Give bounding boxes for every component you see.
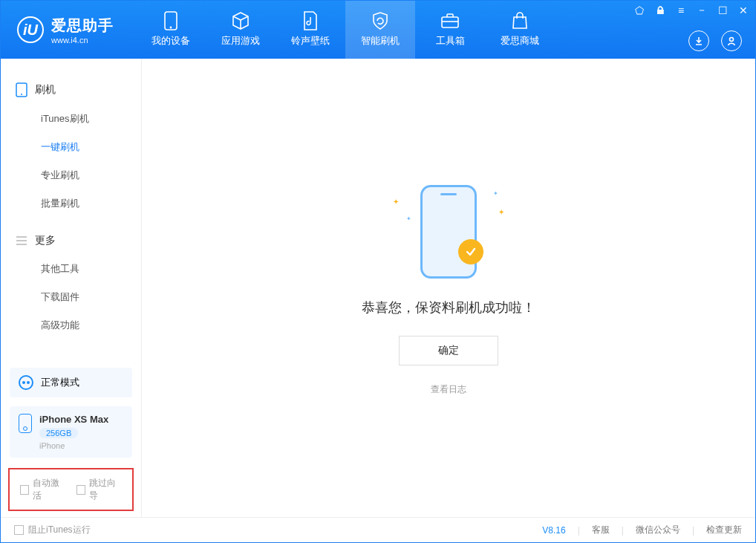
sparkle-icon: ✦ <box>493 190 498 197</box>
window-controls: ⬠ 🔒︎ ≡ － ☐ ✕ <box>632 4 751 17</box>
device-capacity: 256GB <box>39 428 78 438</box>
nav-toolbox[interactable]: 工具箱 <box>415 1 485 59</box>
statusbar: 阻止iTunes运行 V8.16 | 客服 | 微信公众号 | 检查更新 <box>1 517 755 542</box>
svg-point-4 <box>730 38 734 42</box>
music-file-icon <box>302 12 319 30</box>
sparkle-icon: ✦ <box>498 208 504 216</box>
options-row: 自动激活 跳过向导 <box>8 468 134 511</box>
briefcase-icon <box>440 12 460 30</box>
device-card[interactable]: iPhone XS Max 256GB iPhone <box>10 406 132 458</box>
maximize-button[interactable]: ☐ <box>715 4 730 16</box>
checkmark-badge-icon <box>458 239 483 264</box>
device-icon <box>19 414 32 433</box>
view-log-link[interactable]: 查看日志 <box>431 383 466 396</box>
body: 刷机 iTunes刷机 一键刷机 专业刷机 批量刷机 更多 其他工具 下载固件 … <box>1 59 755 517</box>
device-type: iPhone <box>39 441 108 450</box>
link-check-update[interactable]: 检查更新 <box>706 524 742 536</box>
mode-icon <box>19 375 33 390</box>
app-window: iU 爱思助手 www.i4.cn 我的设备 应用游戏 铃声壁纸 智能刷机 <box>0 0 756 543</box>
link-support[interactable]: 客服 <box>592 524 610 536</box>
cube-icon <box>231 12 250 30</box>
tshirt-icon[interactable]: ⬠ <box>632 4 647 16</box>
minimize-button[interactable]: － <box>694 4 709 17</box>
user-button[interactable] <box>721 30 742 51</box>
success-illustration: ✦ ✦ ✦ ✦ <box>393 180 504 284</box>
nav-ringtone-wallpaper[interactable]: 铃声壁纸 <box>276 1 345 59</box>
nav-label: 应用游戏 <box>221 34 260 48</box>
app-logo: iU 爱思助手 www.i4.cn <box>1 16 130 45</box>
nav-label: 智能刷机 <box>361 34 400 48</box>
sidebar-item-download-firmware[interactable]: 下载固件 <box>1 283 141 311</box>
nav-smart-flash[interactable]: 智能刷机 <box>345 1 415 59</box>
main-content: ✦ ✦ ✦ ✦ 恭喜您，保资料刷机成功啦！ 确定 查看日志 <box>142 59 755 517</box>
svg-point-6 <box>21 94 22 95</box>
phone-icon <box>16 82 27 97</box>
svg-point-1 <box>170 27 172 29</box>
sidebar-item-advanced[interactable]: 高级功能 <box>1 311 141 339</box>
download-button[interactable] <box>688 30 709 51</box>
link-wechat[interactable]: 微信公众号 <box>636 524 680 536</box>
nav-label: 我的设备 <box>151 34 190 48</box>
nav-label: 铃声壁纸 <box>291 34 330 48</box>
bag-icon <box>512 12 528 30</box>
mode-label: 正常模式 <box>41 376 79 389</box>
checkbox-label: 阻止iTunes运行 <box>28 524 91 536</box>
phone-icon <box>164 12 177 30</box>
sparkle-icon: ✦ <box>406 215 411 222</box>
success-message: 恭喜您，保资料刷机成功啦！ <box>362 299 535 316</box>
app-name: 爱思助手 <box>51 16 114 36</box>
nav-my-device[interactable]: 我的设备 <box>136 1 206 59</box>
nav-label: 工具箱 <box>436 34 465 48</box>
sparkle-icon: ✦ <box>393 198 399 206</box>
checkbox-block-itunes[interactable]: 阻止iTunes运行 <box>14 524 91 536</box>
checkbox-auto-activate[interactable]: 自动激活 <box>20 477 66 502</box>
ok-button[interactable]: 确定 <box>399 336 498 365</box>
logo-icon: iU <box>17 16 44 43</box>
list-icon <box>16 235 27 246</box>
section-title: 更多 <box>35 234 56 247</box>
device-name: iPhone XS Max <box>39 414 108 425</box>
shield-refresh-icon <box>371 12 389 30</box>
mode-card[interactable]: 正常模式 <box>10 368 132 397</box>
checkbox-label: 自动激活 <box>33 477 65 502</box>
app-url: www.i4.cn <box>51 36 114 45</box>
nav-store[interactable]: 爱思商城 <box>485 1 555 59</box>
titlebar: iU 爱思助手 www.i4.cn 我的设备 应用游戏 铃声壁纸 智能刷机 <box>1 1 755 59</box>
nav-label: 爱思商城 <box>501 34 539 48</box>
menu-icon[interactable]: ≡ <box>674 4 688 16</box>
version-label: V8.16 <box>542 525 565 536</box>
sidebar-item-other-tools[interactable]: 其他工具 <box>1 255 141 283</box>
nav-apps-games[interactable]: 应用游戏 <box>206 1 276 59</box>
main-nav: 我的设备 应用游戏 铃声壁纸 智能刷机 工具箱 爱思商城 <box>136 1 555 59</box>
checkbox-skip-guide[interactable]: 跳过向导 <box>76 477 123 502</box>
lock-icon[interactable]: 🔒︎ <box>653 4 668 16</box>
checkbox-label: 跳过向导 <box>89 477 122 502</box>
sidebar-item-batch-flash[interactable]: 批量刷机 <box>1 189 141 218</box>
svg-rect-2 <box>442 17 458 27</box>
sidebar: 刷机 iTunes刷机 一键刷机 专业刷机 批量刷机 更多 其他工具 下载固件 … <box>1 59 142 517</box>
sidebar-item-oneclick-flash[interactable]: 一键刷机 <box>1 133 141 161</box>
header-actions <box>688 30 742 51</box>
sidebar-item-pro-flash[interactable]: 专业刷机 <box>1 161 141 189</box>
sidebar-section-more: 更多 <box>1 227 141 255</box>
phone-illust-icon <box>420 185 477 279</box>
sidebar-section-flash: 刷机 <box>1 75 141 105</box>
sidebar-item-itunes-flash[interactable]: iTunes刷机 <box>1 105 141 133</box>
close-button[interactable]: ✕ <box>736 4 751 16</box>
section-title: 刷机 <box>35 83 56 97</box>
